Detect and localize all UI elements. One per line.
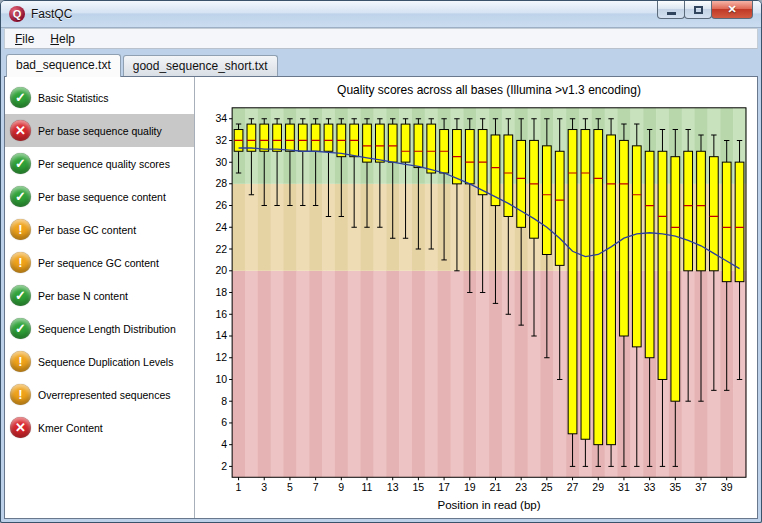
fail-status-icon: ✕ bbox=[10, 120, 31, 141]
svg-text:25: 25 bbox=[541, 482, 553, 493]
svg-text:12: 12 bbox=[215, 352, 227, 363]
svg-text:19: 19 bbox=[464, 482, 476, 493]
window-title: FastQC bbox=[31, 7, 72, 21]
svg-text:3: 3 bbox=[261, 482, 267, 493]
chart-title: Quality scores across all bases (Illumin… bbox=[337, 83, 641, 97]
svg-text:32: 32 bbox=[215, 135, 227, 146]
sidebar-item-label: Sequence Duplication Levels bbox=[38, 356, 173, 368]
svg-text:34: 34 bbox=[215, 113, 227, 124]
sidebar-item-label: Per base sequence content bbox=[38, 191, 166, 203]
fastqc-app-icon: Q bbox=[9, 6, 25, 22]
tab-bad-sequence[interactable]: bad_sequence.txt bbox=[6, 54, 121, 77]
svg-text:15: 15 bbox=[413, 482, 425, 493]
main-content: ✓Basic Statistics✕Per base sequence qual… bbox=[4, 76, 758, 519]
svg-text:22: 22 bbox=[215, 244, 227, 255]
svg-text:16: 16 bbox=[215, 309, 227, 320]
svg-text:2: 2 bbox=[221, 461, 227, 472]
svg-text:37: 37 bbox=[695, 482, 707, 493]
sidebar-item-kmer-content[interactable]: ✕Kmer Content bbox=[5, 411, 194, 444]
sidebar-item-label: Basic Statistics bbox=[38, 92, 109, 104]
maximize-button[interactable] bbox=[684, 1, 712, 19]
svg-text:28: 28 bbox=[215, 178, 227, 189]
svg-text:13: 13 bbox=[387, 482, 399, 493]
svg-text:11: 11 bbox=[362, 482, 373, 493]
pass-status-icon: ✓ bbox=[10, 153, 31, 174]
svg-text:5: 5 bbox=[287, 482, 293, 493]
sidebar-item-per-sequence-quality-scores[interactable]: ✓Per sequence quality scores bbox=[5, 147, 194, 180]
tab-bar: bad_sequence.txt good_sequence_short.txt bbox=[4, 49, 758, 76]
quality-boxplot-chart: 2468101214161820222426283032341357911131… bbox=[196, 78, 756, 517]
sidebar-item-overrepresented-sequences[interactable]: !Overrepresented sequences bbox=[5, 378, 194, 411]
sidebar-item-per-base-n-content[interactable]: ✓Per base N content bbox=[5, 279, 194, 312]
warn-status-icon: ! bbox=[10, 351, 31, 372]
svg-text:9: 9 bbox=[338, 482, 344, 493]
svg-text:18: 18 bbox=[215, 287, 227, 298]
svg-text:8: 8 bbox=[221, 396, 227, 407]
sidebar-item-per-base-sequence-quality[interactable]: ✕Per base sequence quality bbox=[5, 114, 194, 147]
svg-text:21: 21 bbox=[490, 482, 502, 493]
pass-status-icon: ✓ bbox=[10, 87, 31, 108]
sidebar-item-basic-statistics[interactable]: ✓Basic Statistics bbox=[5, 81, 194, 114]
close-button[interactable]: ✕ bbox=[711, 1, 753, 19]
sidebar-item-label: Per base sequence quality bbox=[38, 125, 162, 137]
svg-text:29: 29 bbox=[592, 482, 604, 493]
warn-status-icon: ! bbox=[10, 252, 31, 273]
sidebar-item-per-sequence-gc-content[interactable]: !Per sequence GC content bbox=[5, 246, 194, 279]
svg-text:1: 1 bbox=[236, 482, 242, 493]
svg-text:14: 14 bbox=[215, 331, 227, 342]
tab-good-sequence-short[interactable]: good_sequence_short.txt bbox=[123, 55, 278, 76]
svg-text:30: 30 bbox=[215, 157, 227, 168]
sidebar-item-sequence-duplication-levels[interactable]: !Sequence Duplication Levels bbox=[5, 345, 194, 378]
sidebar-item-label: Overrepresented sequences bbox=[38, 389, 171, 401]
minimize-icon bbox=[667, 12, 676, 15]
sidebar-item-label: Per sequence quality scores bbox=[38, 158, 170, 170]
svg-text:39: 39 bbox=[721, 482, 733, 493]
close-icon: ✕ bbox=[727, 4, 736, 15]
x-axis-label: Position in read (bp) bbox=[437, 499, 540, 511]
chart-panel: 2468101214161820222426283032341357911131… bbox=[195, 77, 757, 518]
window-body: File Help bad_sequence.txt good_sequence… bbox=[4, 28, 758, 519]
window-controls: ✕ bbox=[658, 1, 753, 19]
chart-background-zones bbox=[232, 108, 746, 477]
svg-text:24: 24 bbox=[215, 222, 227, 233]
svg-text:20: 20 bbox=[215, 265, 227, 276]
sidebar: ✓Basic Statistics✕Per base sequence qual… bbox=[5, 77, 195, 518]
pass-status-icon: ✓ bbox=[10, 285, 31, 306]
sidebar-item-label: Per sequence GC content bbox=[38, 257, 159, 269]
sidebar-item-label: Per base N content bbox=[38, 290, 128, 302]
pass-status-icon: ✓ bbox=[10, 186, 31, 207]
svg-text:35: 35 bbox=[669, 482, 681, 493]
svg-text:7: 7 bbox=[313, 482, 319, 493]
warn-status-icon: ! bbox=[10, 384, 31, 405]
fail-status-icon: ✕ bbox=[10, 417, 31, 438]
sidebar-item-sequence-length-distribution[interactable]: ✓Sequence Length Distribution bbox=[5, 312, 194, 345]
svg-text:23: 23 bbox=[515, 482, 527, 493]
svg-text:33: 33 bbox=[644, 482, 656, 493]
svg-text:17: 17 bbox=[438, 482, 450, 493]
maximize-icon bbox=[694, 6, 703, 14]
sidebar-item-per-base-gc-content[interactable]: !Per base GC content bbox=[5, 213, 194, 246]
menu-help[interactable]: Help bbox=[42, 30, 83, 48]
svg-text:26: 26 bbox=[215, 200, 227, 211]
warn-status-icon: ! bbox=[10, 219, 31, 240]
menu-file[interactable]: File bbox=[7, 30, 42, 48]
sidebar-item-label: Per base GC content bbox=[38, 224, 136, 236]
sidebar-item-label: Kmer Content bbox=[38, 422, 103, 434]
svg-text:4: 4 bbox=[221, 439, 227, 450]
svg-text:6: 6 bbox=[221, 417, 227, 428]
svg-text:31: 31 bbox=[618, 482, 630, 493]
title-bar[interactable]: Q FastQC ✕ bbox=[1, 1, 761, 28]
sidebar-item-per-base-sequence-content[interactable]: ✓Per base sequence content bbox=[5, 180, 194, 213]
sidebar-item-label: Sequence Length Distribution bbox=[38, 323, 176, 335]
menu-bar: File Help bbox=[4, 28, 758, 49]
svg-text:10: 10 bbox=[215, 374, 227, 385]
pass-status-icon: ✓ bbox=[10, 318, 31, 339]
fastqc-window: Q FastQC ✕ File Help bad_sequence.txt go… bbox=[0, 0, 762, 523]
minimize-button[interactable] bbox=[657, 1, 685, 19]
svg-text:27: 27 bbox=[567, 482, 579, 493]
